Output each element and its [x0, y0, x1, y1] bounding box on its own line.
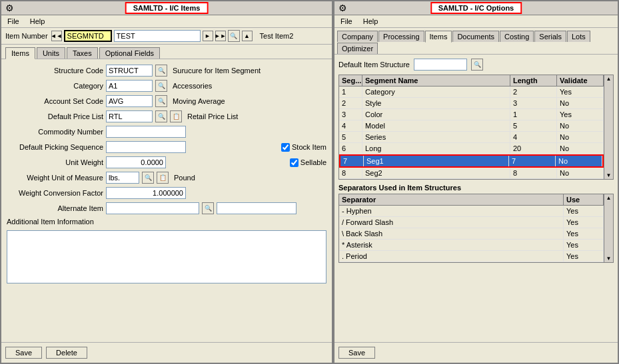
weight-conv-input[interactable] — [106, 187, 186, 199]
tab-taxes[interactable]: Taxes — [67, 47, 98, 59]
tab-optimizer[interactable]: Optimizer — [337, 43, 378, 54]
category-desc: Accessories — [173, 82, 212, 90]
tab-costing[interactable]: Costing — [500, 31, 534, 42]
account-set-input[interactable] — [106, 95, 153, 107]
menu-help-right[interactable]: Help — [361, 17, 380, 26]
window-title-container: SAMLTD - I/C Items — [125, 4, 209, 12]
weight-uom-input[interactable] — [106, 172, 139, 184]
sep-scrollbar[interactable]: ▲ ▼ — [604, 194, 613, 262]
menu-file-left[interactable]: File — [5, 17, 21, 26]
default-item-label: Default Item Structure — [338, 61, 410, 69]
tab-serials[interactable]: Serials — [534, 31, 566, 42]
price-list-lookup[interactable]: 🔍 — [155, 110, 167, 122]
ic-items-window: ⚙ SAMLTD - I/C Items File Help Item Numb… — [0, 0, 333, 364]
price-list-label: Default Price List — [7, 112, 103, 120]
col-separator: Separator — [339, 194, 564, 205]
unit-weight-label: Unit Weight — [7, 158, 103, 166]
grid-row[interactable]: 8 Seg2 8 No — [339, 168, 604, 179]
unit-weight-input[interactable] — [106, 156, 166, 168]
menu-file-right[interactable]: File — [338, 17, 354, 26]
add-info-section: Additional Item Information — [7, 218, 326, 283]
price-list-edit[interactable]: 📋 — [170, 110, 182, 122]
sellable-row: Sellable — [290, 158, 326, 167]
segments-grid: Seg... Segment Name Length Validate 1 Ca… — [339, 75, 604, 179]
nav-first-btn[interactable]: ◄◄ — [51, 31, 62, 41]
grid-row-selected[interactable]: 7 Seg1 7 No — [339, 154, 604, 168]
price-list-desc: Retail Price List — [187, 112, 238, 120]
tab-items-right[interactable]: Items — [425, 31, 452, 43]
price-list-input[interactable] — [106, 110, 153, 122]
category-input[interactable] — [106, 80, 153, 92]
save-button-left[interactable]: Save — [5, 347, 42, 359]
stock-item-label: Stock Item — [292, 143, 326, 151]
col-use: Use — [564, 194, 604, 205]
structure-code-lookup[interactable]: 🔍 — [155, 65, 167, 77]
structure-code-desc: Surucure for Item Segment — [173, 67, 261, 75]
sep-header: Separator Use — [339, 194, 604, 206]
sep-row[interactable]: \ Back Slash Yes — [339, 228, 604, 240]
unit-weight-row: Unit Weight Sellable — [7, 156, 326, 168]
alt-item-label: Alternate Item — [7, 204, 103, 212]
col-length: Length — [510, 75, 557, 86]
sep-grid: Separator Use - Hyphen Yes / Forward Sla… — [339, 194, 604, 262]
grid-row[interactable]: 5 Series 4 No — [339, 132, 604, 143]
item-code-input[interactable] — [64, 30, 112, 42]
structure-code-row: Structure Code 🔍 Surucure for Item Segme… — [7, 65, 326, 77]
lookup-btn[interactable]: 🔍 — [228, 30, 240, 42]
structure-code-input[interactable] — [106, 65, 153, 77]
picking-row: Default Picking Sequence Stock Item — [7, 141, 326, 153]
alt-item-input[interactable] — [106, 202, 199, 214]
grid-row[interactable]: 4 Model 5 No — [339, 120, 604, 132]
sep-row[interactable]: * Asterisk Yes — [339, 240, 604, 251]
sellable-checkbox[interactable] — [290, 158, 299, 167]
segments-grid-container: Seg... Segment Name Length Validate 1 Ca… — [338, 75, 614, 180]
category-lookup[interactable]: 🔍 — [155, 80, 167, 92]
grid-header: Seg... Segment Name Length Validate — [339, 75, 604, 87]
commodity-input[interactable] — [106, 126, 186, 138]
nav-last-btn[interactable]: ►► — [215, 31, 226, 41]
menu-help-left[interactable]: Help — [28, 17, 47, 26]
tab-company[interactable]: Company — [337, 31, 378, 42]
weight-uom-label: Weight Unit of Measure — [7, 174, 103, 182]
up-btn[interactable]: ▲ — [242, 31, 253, 41]
stock-item-checkbox[interactable] — [281, 143, 290, 152]
nav-next-btn[interactable]: ► — [203, 31, 213, 41]
weight-uom-edit[interactable]: 📋 — [157, 172, 169, 184]
window-title: SAMLTD - I/C Items — [125, 2, 209, 14]
grid-body: 1 Category 2 Yes 2 Style 3 No 3 Color — [339, 87, 604, 179]
window-title-right-container: SAMLTD - I/C Options — [430, 4, 522, 12]
picking-input[interactable] — [106, 141, 186, 153]
save-button-right[interactable]: Save — [338, 347, 375, 359]
grid-row[interactable]: 2 Style 3 No — [339, 98, 604, 109]
app-icon: ⚙ — [5, 3, 14, 13]
tab-units[interactable]: Units — [37, 47, 65, 59]
add-info-textarea[interactable] — [7, 230, 326, 283]
tab-processing[interactable]: Processing — [378, 31, 424, 42]
stock-item-row: Stock Item — [281, 143, 326, 152]
tab-lots[interactable]: Lots — [567, 31, 590, 42]
item-alias: Test Item2 — [260, 32, 294, 40]
default-item-input[interactable] — [414, 59, 467, 71]
item-name-input[interactable] — [114, 30, 201, 42]
alt-item-lookup[interactable]: 🔍 — [202, 202, 214, 214]
structure-code-label: Structure Code — [7, 67, 103, 75]
delete-button[interactable]: Delete — [46, 347, 87, 359]
sep-row[interactable]: / Forward Slash Yes — [339, 217, 604, 228]
grid-row[interactable]: 6 Long 20 No — [339, 143, 604, 154]
sep-row[interactable]: . Period Yes — [339, 251, 604, 262]
tab-items[interactable]: Items — [5, 47, 35, 59]
tab-documents[interactable]: Documents — [452, 31, 499, 42]
alt-item-desc-input[interactable] — [217, 202, 297, 214]
title-bar-right: ⚙ SAMLTD - I/C Options — [334, 1, 618, 15]
default-item-lookup[interactable]: 🔍 — [471, 59, 483, 71]
grid-row[interactable]: 3 Color 1 Yes — [339, 109, 604, 120]
account-set-desc: Moving Average — [173, 97, 225, 105]
grid-row[interactable]: 1 Category 2 Yes — [339, 87, 604, 98]
account-set-lookup[interactable]: 🔍 — [155, 95, 167, 107]
col-validate: Validate — [557, 75, 604, 86]
weight-uom-lookup[interactable]: 🔍 — [142, 172, 154, 184]
tab-optional-fields[interactable]: Optional Fields — [99, 47, 160, 59]
sep-row[interactable]: - Hyphen Yes — [339, 206, 604, 217]
grid-scrollbar[interactable]: ▲ ▼ — [604, 75, 613, 179]
price-list-row: Default Price List 🔍 📋 Retail Price List — [7, 110, 326, 122]
